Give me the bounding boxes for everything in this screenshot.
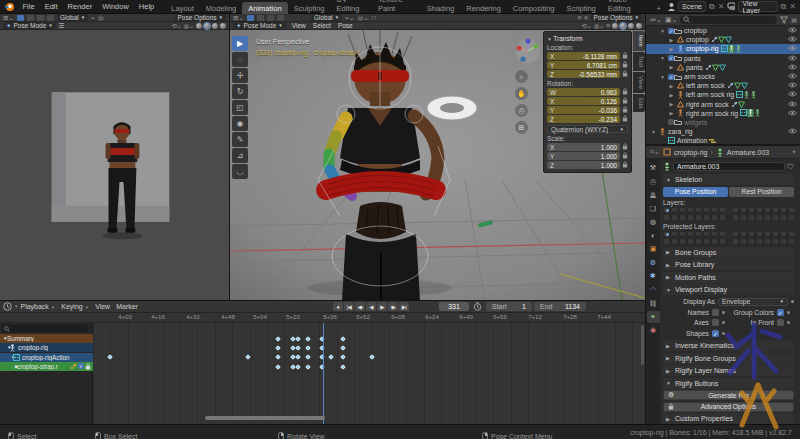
grease-icon[interactable]: ∷: [372, 14, 376, 22]
layer-toggle[interactable]: [679, 207, 686, 214]
mode-icon[interactable]: [37, 15, 44, 21]
layer-toggle[interactable]: [788, 238, 795, 245]
menu-window[interactable]: Window: [97, 2, 134, 11]
expand-caret[interactable]: ▼: [659, 55, 666, 61]
animate-dot-icon[interactable]: [722, 321, 725, 324]
properties-tab-material-icon[interactable]: ◉: [647, 324, 660, 336]
pin-icon[interactable]: ⌖: [792, 148, 796, 156]
panel-section-motion-paths[interactable]: ▶Motion Paths: [663, 272, 794, 283]
checkbox-shapes[interactable]: ✓: [712, 330, 719, 337]
workspace-tab-sculpting[interactable]: Sculpting: [288, 2, 331, 14]
transform-tool[interactable]: ◉: [232, 116, 248, 131]
hamburger-icon[interactable]: ☰: [59, 22, 65, 30]
layer-toggle[interactable]: [756, 238, 763, 245]
timeline-menu-view[interactable]: View: [95, 303, 110, 310]
menu-edit[interactable]: Edit: [40, 2, 63, 11]
lock-icon[interactable]: [622, 152, 628, 160]
keyframe-diamond[interactable]: [275, 364, 281, 370]
rendered-shading-icon[interactable]: [220, 23, 226, 29]
outliner-row[interactable]: ▼ ✓ pants: [646, 54, 800, 63]
filter-funnel-icon[interactable]: [780, 16, 788, 24]
panel-section-rigify-bone-groups[interactable]: ▶Rigify Bone Groups: [663, 353, 794, 364]
visibility-eye-icon[interactable]: [788, 128, 797, 135]
fake-user-shield-icon[interactable]: 🛡: [787, 163, 794, 170]
layer-toggle[interactable]: [748, 231, 755, 238]
layer-toggle[interactable]: [695, 207, 702, 214]
visibility-eye-icon[interactable]: [788, 91, 797, 98]
keyframe-diamond[interactable]: [295, 345, 301, 351]
sidebar-tab-edit[interactable]: Edit: [633, 94, 645, 112]
layer-toggle[interactable]: [671, 238, 678, 245]
keyframe-diamond[interactable]: [107, 354, 113, 360]
menu-render[interactable]: Render: [63, 2, 98, 11]
editor-type-icon[interactable]: ⊞⌄: [3, 14, 14, 22]
outliner-item-label[interactable]: left arm sock rig: [686, 91, 734, 98]
keyframe-diamond[interactable]: [340, 345, 346, 351]
move-tool[interactable]: ✢: [232, 68, 248, 83]
layer-toggle[interactable]: [687, 207, 694, 214]
layer-toggle[interactable]: [788, 207, 795, 214]
breadcrumb-data[interactable]: Armature.003: [727, 149, 769, 156]
axis-z-field[interactable]: Z1.000: [547, 161, 620, 169]
timeline-vertical-scrollbar[interactable]: [641, 325, 644, 365]
outliner-item-label[interactable]: arm socks: [684, 73, 715, 80]
keyframe-diamond[interactable]: [305, 354, 311, 360]
viewport-menu-select[interactable]: Select: [310, 22, 334, 29]
wireframe-shading-icon[interactable]: [196, 23, 202, 29]
mode-icon[interactable]: [257, 15, 264, 21]
outliner-item-label[interactable]: widgets: [684, 119, 707, 126]
orientation-dropdown[interactable]: Global▼: [57, 14, 88, 21]
outliner-item-label[interactable]: croptop-rig: [686, 45, 719, 52]
datablock-name-field[interactable]: Armature.003: [673, 162, 785, 171]
layer-toggle[interactable]: [764, 207, 771, 214]
outliner-item-label[interactable]: Animation: [677, 137, 707, 144]
advanced-options-button[interactable]: Advanced Options: [663, 402, 794, 412]
timeline-menu-keying[interactable]: Keying ▼: [61, 303, 89, 310]
properties-tab-view-layer-icon[interactable]: ❏: [647, 203, 660, 215]
mode-icon[interactable]: [27, 15, 34, 21]
keyframe-diamond[interactable]: [340, 364, 346, 370]
expand-caret[interactable]: ▶: [668, 101, 675, 107]
scale-tool[interactable]: ◱: [232, 100, 248, 115]
properties-tab-modifier-icon[interactable]: ⚙: [647, 257, 660, 269]
axis-x-field[interactable]: X1.000: [547, 143, 620, 151]
sidebar-tab-tool[interactable]: Tool: [633, 52, 645, 71]
outliner-item-label[interactable]: left arm sock: [686, 82, 725, 89]
workspace-tab-shading[interactable]: Shading: [421, 2, 461, 14]
outliner-row[interactable]: ▶ left arm sock rig: [646, 90, 800, 99]
gizmo-toggle-icon[interactable]: ⟲⌄: [172, 22, 182, 29]
layer-toggle[interactable]: [772, 238, 779, 245]
outliner-row[interactable]: ▼ ✓ croptop: [646, 26, 800, 35]
solid-shading-icon[interactable]: [620, 23, 626, 29]
lock-icon[interactable]: [622, 106, 628, 114]
outliner-row[interactable]: ▶ right arm sock: [646, 100, 800, 109]
expand-caret[interactable]: ▶: [668, 46, 675, 52]
properties-tab-world-icon[interactable]: ◐: [647, 230, 660, 242]
animate-dot-icon[interactable]: [787, 321, 790, 324]
visibility-eye-icon[interactable]: [788, 82, 797, 89]
layer-toggle[interactable]: [719, 214, 726, 221]
viewport-menu-view[interactable]: View: [289, 22, 309, 29]
layer-toggle[interactable]: [748, 214, 755, 221]
workspace-tab-rendering[interactable]: Rendering: [460, 2, 507, 14]
select-mode-icon[interactable]: [17, 15, 24, 21]
select-mode-icon[interactable]: [247, 15, 254, 21]
gizmo-toggle-icon[interactable]: ⟲⌄: [582, 22, 592, 29]
properties-tab-object-icon[interactable]: ▣: [647, 243, 660, 255]
properties-tab-scene-icon[interactable]: ◍: [647, 216, 660, 228]
animate-dot-icon[interactable]: [722, 332, 725, 335]
layer-toggle[interactable]: [711, 231, 718, 238]
mode-icon[interactable]: [267, 15, 274, 21]
pose-options-dropdown[interactable]: Pose Options▼: [591, 14, 643, 21]
expand-caret[interactable]: ▶: [668, 83, 675, 89]
layer-toggle[interactable]: [719, 231, 726, 238]
layer-toggle[interactable]: [764, 231, 771, 238]
layer-toggle[interactable]: [711, 207, 718, 214]
layer-toggle[interactable]: [756, 214, 763, 221]
sidebar-tab-item[interactable]: Item: [633, 31, 645, 51]
expand-caret[interactable]: ▼: [650, 129, 657, 135]
layer-toggle[interactable]: [671, 207, 678, 214]
menu-file[interactable]: File: [18, 2, 40, 11]
checkbox-group-colors[interactable]: ✓: [777, 309, 784, 316]
axis-z-field[interactable]: Z-0.56533 mm: [547, 70, 620, 78]
